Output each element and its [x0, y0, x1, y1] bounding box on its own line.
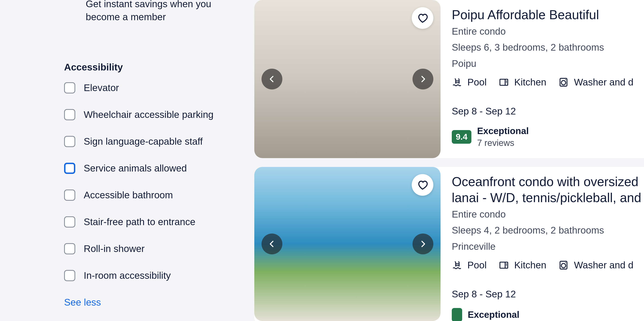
- accessibility-option[interactable]: Accessible bathroom: [64, 190, 242, 201]
- amenity-label: Kitchen: [514, 260, 546, 271]
- checkbox[interactable]: [64, 216, 75, 228]
- amenity-item: Washer and d: [558, 260, 634, 271]
- amenity-item: Kitchen: [498, 260, 546, 271]
- heart-icon: [417, 179, 428, 191]
- chevron-left-icon: [268, 75, 276, 83]
- checkbox-label: Accessible bathroom: [84, 190, 173, 201]
- accessibility-option[interactable]: Service animals allowed: [64, 163, 242, 174]
- accessibility-option[interactable]: Wheelchair accessible parking: [64, 109, 242, 120]
- checkbox[interactable]: [64, 190, 75, 201]
- amenity-item: Pool: [452, 77, 486, 88]
- amenity-label: Washer and d: [574, 260, 634, 271]
- checkbox-label: Roll-in shower: [84, 243, 144, 254]
- amenity-label: Pool: [468, 260, 486, 271]
- accessibility-option[interactable]: Roll-in shower: [64, 243, 242, 254]
- checkbox[interactable]: [64, 243, 75, 254]
- checkbox[interactable]: [64, 270, 75, 281]
- filter-sidebar: Get instant savings when you become a me…: [0, 0, 254, 321]
- checkbox-label: In-room accessibility: [84, 270, 171, 281]
- rating-text: Exceptional: [468, 309, 520, 321]
- washer-icon: [558, 77, 569, 87]
- amenity-label: Kitchen: [514, 77, 546, 88]
- property-title[interactable]: Oceanfront condo with oversized lanai - …: [452, 174, 644, 206]
- property-card[interactable]: Poipu Affordable BeautifulEntire condoSl…: [254, 0, 644, 158]
- chevron-right-icon: [419, 75, 427, 83]
- property-details: Poipu Affordable BeautifulEntire condoSl…: [440, 0, 644, 158]
- checkbox[interactable]: [64, 109, 75, 120]
- next-image-button[interactable]: [412, 69, 433, 89]
- rating-label: Exceptional: [468, 309, 520, 321]
- heart-icon: [417, 12, 428, 24]
- accessibility-option[interactable]: In-room accessibility: [64, 270, 242, 281]
- checkbox-label: Stair-free path to entrance: [84, 216, 196, 227]
- property-image[interactable]: [254, 167, 440, 321]
- property-image[interactable]: [254, 0, 440, 158]
- property-capacity: Sleeps 4, 2 bedrooms, 2 bathrooms: [452, 223, 644, 238]
- see-less-link[interactable]: See less: [64, 297, 242, 308]
- chevron-right-icon: [419, 240, 427, 248]
- kitchen-icon: [498, 260, 509, 270]
- stay-dates: Sep 8 - Sep 12: [452, 289, 644, 300]
- accessibility-option[interactable]: Elevator: [64, 82, 242, 93]
- rating-label: Exceptional: [477, 125, 529, 137]
- prev-image-button[interactable]: [262, 69, 282, 89]
- amenity-item: Washer and d: [558, 77, 634, 88]
- pool-icon: [452, 77, 462, 87]
- checkbox[interactable]: [64, 136, 75, 147]
- stay-dates: Sep 8 - Sep 12: [452, 106, 644, 117]
- property-capacity: Sleeps 6, 3 bedrooms, 2 bathrooms: [452, 40, 644, 55]
- accessibility-option[interactable]: Sign language-capable staff: [64, 136, 242, 147]
- accessibility-option[interactable]: Stair-free path to entrance: [64, 216, 242, 228]
- property-location: Poipu: [452, 56, 644, 71]
- checkbox-label: Elevator: [84, 82, 119, 93]
- amenity-item: Kitchen: [498, 77, 546, 88]
- property-title[interactable]: Poipu Affordable Beautiful: [452, 7, 644, 23]
- property-details: Oceanfront condo with oversized lanai - …: [440, 167, 644, 321]
- rating-badge: [452, 308, 462, 321]
- amenities-row: PoolKitchenWasher and d: [452, 77, 644, 88]
- property-type: Entire condo: [452, 207, 644, 222]
- amenity-label: Washer and d: [574, 77, 634, 88]
- amenity-label: Pool: [468, 77, 486, 88]
- rating-text: Exceptional7 reviews: [477, 125, 529, 148]
- membership-text: Get instant savings when you become a me…: [64, 0, 242, 24]
- checkbox-label: Service animals allowed: [84, 163, 187, 174]
- property-location: Princeville: [452, 239, 644, 254]
- checkbox[interactable]: [64, 82, 75, 93]
- kitchen-icon: [498, 77, 509, 87]
- prev-image-button[interactable]: [262, 234, 282, 254]
- favorite-button[interactable]: [412, 174, 433, 196]
- property-type: Entire condo: [452, 24, 644, 39]
- checkbox-label: Wheelchair accessible parking: [84, 109, 214, 120]
- next-image-button[interactable]: [412, 234, 433, 254]
- pool-icon: [452, 260, 462, 270]
- amenities-row: PoolKitchenWasher and d: [452, 260, 644, 271]
- rating-row: Exceptional: [452, 308, 644, 321]
- rating-row: 9.4Exceptional7 reviews: [452, 125, 644, 148]
- chevron-left-icon: [268, 240, 276, 248]
- washer-icon: [558, 260, 569, 270]
- checkbox-label: Sign language-capable staff: [84, 136, 203, 147]
- accessibility-options: ElevatorWheelchair accessible parkingSig…: [64, 82, 242, 281]
- checkbox[interactable]: [64, 163, 75, 174]
- amenity-item: Pool: [452, 260, 486, 271]
- property-card[interactable]: Oceanfront condo with oversized lanai - …: [254, 167, 644, 321]
- results-list: Poipu Affordable BeautifulEntire condoSl…: [254, 0, 644, 321]
- rating-badge: 9.4: [452, 130, 472, 144]
- favorite-button[interactable]: [412, 7, 433, 29]
- accessibility-heading: Accessibility: [64, 62, 242, 73]
- rating-reviews: 7 reviews: [477, 137, 529, 148]
